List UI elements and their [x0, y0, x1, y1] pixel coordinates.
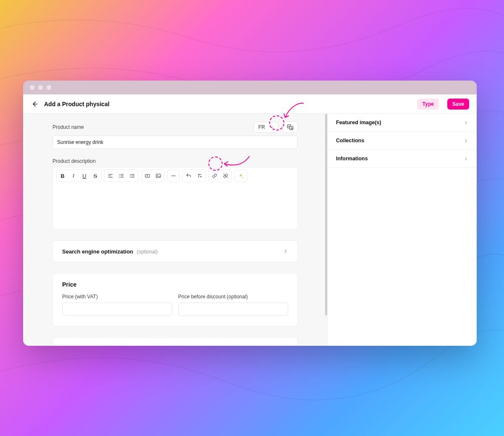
price-before-label: Price before discount (optional): [178, 294, 288, 300]
seo-section[interactable]: Search engine optimization (optional): [52, 240, 298, 262]
translate-icon: A あ: [287, 124, 294, 131]
product-images-section: Product images: [52, 337, 298, 346]
unlink-button[interactable]: [220, 170, 231, 181]
sidebar-informations-label: Informations: [336, 156, 368, 162]
svg-point-7: [130, 174, 131, 175]
sidebar-featured-images[interactable]: Featured image(s): [328, 114, 477, 132]
undo-button[interactable]: [183, 170, 194, 181]
video-button[interactable]: [142, 170, 153, 181]
hr-button[interactable]: [168, 170, 179, 181]
svg-point-9: [130, 177, 131, 178]
seo-title: Search engine optimization: [62, 248, 133, 255]
sidebar-informations[interactable]: Informations: [328, 150, 477, 168]
price-heading: Price: [62, 281, 288, 288]
underline-button[interactable]: U: [79, 170, 90, 181]
ordered-list-button[interactable]: 123: [116, 170, 127, 181]
ai-sparkle-button[interactable]: [235, 170, 246, 181]
traffic-light-zoom[interactable]: [47, 85, 51, 90]
page-header: Add a Product physical Type Save: [23, 94, 477, 114]
unordered-list-button[interactable]: [127, 170, 138, 181]
main-form-area: Product name FR A あ: [23, 114, 327, 346]
price-vat-input[interactable]: [62, 303, 172, 316]
chevron-right-icon: [464, 138, 468, 143]
price-vat-label: Price (with VAT): [62, 294, 172, 300]
window-titlebar: [23, 81, 477, 94]
product-images-heading: Product images: [62, 345, 288, 346]
align-button[interactable]: [105, 170, 116, 181]
chevron-right-icon: [464, 120, 468, 125]
italic-button[interactable]: I: [68, 170, 79, 181]
product-name-label: Product name: [52, 124, 84, 130]
chevron-right-icon: [283, 249, 288, 254]
type-button[interactable]: Type: [417, 99, 439, 110]
bold-button[interactable]: B: [57, 170, 68, 181]
sidebar-featured-label: Featured image(s): [336, 120, 381, 125]
seo-optional-label: (optional): [136, 249, 158, 255]
chevron-down-icon: [269, 125, 274, 130]
image-button[interactable]: [153, 170, 164, 181]
price-section: Price Price (with VAT) Price before disc…: [52, 273, 298, 326]
sidebar: Featured image(s) Collections Informatio…: [327, 114, 477, 346]
svg-point-8: [130, 175, 131, 176]
clear-format-button[interactable]: [194, 170, 205, 181]
price-before-input[interactable]: [178, 303, 288, 316]
product-name-input[interactable]: [52, 136, 298, 149]
sidebar-collections[interactable]: Collections: [328, 132, 477, 150]
translate-button[interactable]: A あ: [283, 121, 298, 133]
svg-text:A: A: [288, 125, 290, 128]
page-title: Add a Product physical: [44, 101, 412, 107]
save-button[interactable]: Save: [447, 99, 469, 110]
strike-button[interactable]: S: [90, 170, 101, 181]
chevron-right-icon: [464, 157, 468, 161]
description-editor[interactable]: [52, 184, 298, 230]
sidebar-collections-label: Collections: [336, 138, 364, 144]
scrollbar[interactable]: [325, 114, 327, 316]
svg-text:3: 3: [119, 177, 120, 178]
app-window: Add a Product physical Type Save Product…: [23, 81, 477, 346]
language-value: FR: [258, 124, 265, 130]
link-button[interactable]: [209, 170, 220, 181]
language-select[interactable]: FR: [254, 122, 278, 133]
back-arrow-icon[interactable]: [31, 100, 38, 108]
traffic-light-close[interactable]: [30, 85, 34, 90]
editor-toolbar: B I U S 123: [52, 167, 298, 184]
product-description-label: Product description: [52, 158, 298, 164]
traffic-light-minimize[interactable]: [38, 85, 43, 90]
svg-text:あ: あ: [291, 127, 293, 129]
